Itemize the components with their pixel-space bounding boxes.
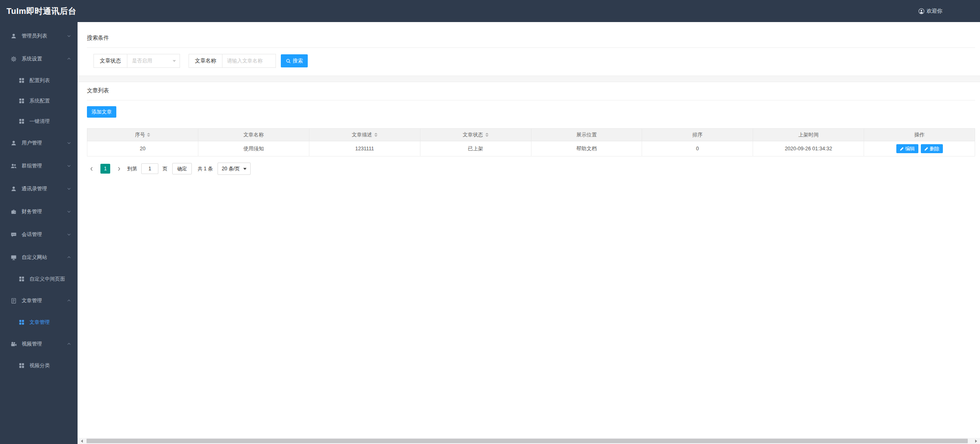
add-article-button[interactable]: 添加文章: [87, 106, 116, 118]
pagination: 1 到第 页 确定 共 1 条 20 条/页: [87, 163, 975, 175]
sidebar-item[interactable]: 管理员列表: [0, 25, 78, 47]
wallet-icon: [11, 209, 17, 215]
sidebar-item[interactable]: 系统设置: [0, 47, 78, 70]
article-name-label: 文章名称: [189, 54, 222, 67]
sidebar-item-label: 管理员列表: [22, 33, 47, 40]
document-icon: [11, 298, 17, 304]
scroll-left-arrow[interactable]: [78, 438, 85, 444]
sidebar-item[interactable]: 文章管理: [0, 289, 78, 312]
column-header: 文章名称: [198, 129, 309, 141]
chevron-down-icon: [243, 168, 247, 170]
column-header[interactable]: 文章状态: [420, 129, 531, 141]
sidebar-item[interactable]: 财务管理: [0, 200, 78, 223]
divider: [87, 100, 975, 100]
confirm-page-button[interactable]: 确定: [172, 163, 192, 174]
column-header: 上架时间: [753, 129, 864, 141]
chevron-up-icon: [67, 341, 71, 346]
grid-icon: [19, 98, 24, 104]
gear-icon: [11, 56, 17, 62]
chevron-down-icon: [67, 209, 71, 214]
scrollbar-thumb[interactable]: [87, 439, 968, 443]
horizontal-scrollbar[interactable]: [78, 438, 980, 444]
sidebar-subitem[interactable]: 系统配置: [0, 91, 78, 111]
sidebar-item-label: 视频管理: [22, 341, 42, 348]
user-menu[interactable]: 欢迎你: [918, 0, 942, 22]
sidebar-item[interactable]: 会话管理: [0, 223, 78, 246]
sidebar-item-label: 群组管理: [22, 163, 42, 170]
table-cell: 1231111: [309, 141, 420, 156]
column-header[interactable]: 文章描述: [309, 129, 420, 141]
sidebar-menu: 管理员列表系统设置配置列表系统配置一键清理用户管理群组管理通讯录管理财务管理会话…: [0, 25, 78, 376]
goto-page-input[interactable]: [141, 163, 158, 174]
grid-icon: [19, 319, 24, 325]
prev-page-button[interactable]: [87, 166, 96, 172]
sidebar-subitem[interactable]: 视频分类: [0, 355, 78, 376]
welcome-text: 欢迎你: [927, 7, 942, 15]
search-icon: [286, 58, 291, 64]
users-icon: [11, 163, 17, 169]
contacts-icon: [11, 186, 17, 192]
grid-icon: [19, 78, 24, 83]
article-name-group: 文章名称: [189, 54, 276, 68]
sidebar-item[interactable]: 用户管理: [0, 132, 78, 154]
chevron-down-icon: [173, 60, 176, 62]
next-page-button[interactable]: [114, 166, 124, 172]
chevron-down-icon: [67, 141, 71, 145]
table-header-row: 序号文章名称文章描述文章状态展示位置排序上架时间操作: [87, 129, 975, 141]
sidebar-item-label: 通讯录管理: [22, 185, 47, 192]
article-status-placeholder: 是否启用: [132, 58, 152, 65]
sidebar-subitem[interactable]: 配置列表: [0, 70, 78, 91]
sidebar-subitem-label: 自定义中间页面: [29, 276, 65, 283]
sidebar-item-label: 财务管理: [22, 208, 42, 215]
video-icon: [11, 341, 17, 347]
chevron-up-icon: [67, 298, 71, 303]
current-page-button[interactable]: 1: [100, 164, 110, 174]
sidebar-subitem[interactable]: 自定义中间页面: [0, 269, 78, 289]
chevron-down-icon: [67, 232, 71, 237]
app-title: TuIm即时通讯后台: [7, 6, 76, 17]
sidebar-subitem-label: 系统配置: [29, 98, 50, 105]
search-button[interactable]: 搜索: [281, 54, 308, 67]
delete-button[interactable]: 删除: [921, 144, 943, 153]
article-name-input[interactable]: [222, 54, 276, 67]
table-row: 20使用须知1231111已上架帮助文档02020-09-26 01:34:32…: [87, 141, 975, 156]
table-cell: 已上架: [420, 141, 531, 156]
article-status-label: 文章状态: [94, 54, 127, 67]
sidebar-item-label: 会话管理: [22, 231, 42, 238]
table-body: 20使用须知1231111已上架帮助文档02020-09-26 01:34:32…: [87, 141, 975, 156]
table-cell: 0: [642, 141, 753, 156]
sidebar: 管理员列表系统设置配置列表系统配置一键清理用户管理群组管理通讯录管理财务管理会话…: [0, 22, 78, 444]
sidebar-item-label: 系统设置: [22, 56, 42, 62]
sort-icon[interactable]: [147, 133, 150, 137]
article-status-group: 文章状态 是否启用: [93, 54, 180, 68]
article-table: 序号文章名称文章描述文章状态展示位置排序上架时间操作 20使用须知1231111…: [87, 128, 975, 156]
sidebar-item-label: 自定义网站: [22, 254, 47, 261]
total-count-label: 共 1 条: [198, 165, 213, 172]
sidebar-item[interactable]: 通讯录管理: [0, 177, 78, 200]
grid-icon: [19, 276, 24, 282]
scroll-right-arrow[interactable]: [973, 438, 979, 444]
sidebar-item-label: 文章管理: [22, 297, 42, 304]
sidebar-subitem-label: 视频分类: [29, 362, 50, 369]
edit-button[interactable]: 编辑: [896, 144, 918, 153]
grid-icon: [19, 118, 24, 124]
column-header: 展示位置: [531, 129, 642, 141]
sidebar-subitem[interactable]: 一键清理: [0, 111, 78, 132]
chevron-up-icon: [67, 56, 71, 61]
grid-icon: [19, 363, 24, 368]
goto-label: 到第: [127, 165, 137, 172]
top-header: TuIm即时通讯后台 欢迎你: [0, 0, 980, 22]
sidebar-item[interactable]: 自定义网站: [0, 246, 78, 269]
sidebar-item[interactable]: 群组管理: [0, 154, 78, 177]
column-header: 操作: [864, 129, 975, 141]
table-cell: 20: [87, 141, 198, 156]
sidebar-item[interactable]: 视频管理: [0, 332, 78, 355]
search-section-title: 搜索条件: [87, 34, 975, 42]
sort-icon[interactable]: [485, 133, 489, 137]
per-page-select[interactable]: 20 条/页: [218, 163, 251, 175]
sort-icon[interactable]: [374, 133, 378, 137]
article-status-select[interactable]: 是否启用: [127, 54, 180, 67]
sidebar-subitem[interactable]: 文章管理: [0, 312, 78, 332]
column-header[interactable]: 序号: [87, 129, 198, 141]
section-gap: [78, 76, 980, 82]
